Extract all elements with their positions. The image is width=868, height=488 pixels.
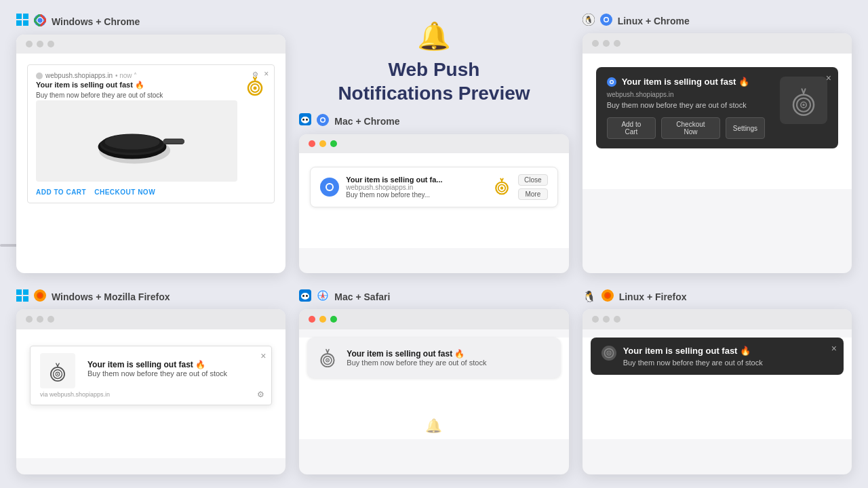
windows-firefox-cell: Windows + Mozilla Firefox × — [16, 289, 285, 474]
linux-icon-ff: 🐧 — [583, 290, 596, 303]
linux-chrome-label: 🐧 Linux + Chrome — [583, 14, 852, 28]
dot-green — [330, 140, 337, 147]
svg-rect-3 — [23, 20, 28, 26]
linux-ff-title: Your item is selling out fast 🔥 — [623, 346, 763, 356]
add-to-cart-text-btn[interactable]: ADD TO CART — [36, 188, 86, 196]
win-toast-title: Your item is selling out fast 🔥 — [36, 81, 237, 89]
linux-add-to-cart-btn[interactable]: Add to Cart — [607, 117, 656, 139]
more-action-btn[interactable]: More — [518, 188, 548, 200]
svg-point-80 — [606, 293, 610, 298]
linux-ff-close-btn[interactable]: × — [831, 343, 837, 354]
dot-green — [330, 316, 337, 323]
svg-point-27 — [321, 119, 325, 122]
win-firefox-platform-text: Windows + Mozilla Firefox — [52, 291, 170, 302]
win-ff-gear-icon: ⚙ — [257, 390, 264, 399]
mac-shopiapps-logo — [492, 176, 511, 198]
dot-red — [309, 140, 315, 147]
mac-chrome-platform-text: Mac + Chrome — [334, 116, 399, 127]
checkout-now-text-btn[interactable]: CHECKOUT NOW — [94, 188, 155, 196]
mac-chrome-toast: Your item is selling out fa... webpush.s… — [310, 167, 557, 207]
linux-firefox-label: 🐧 Linux + Firefox — [583, 289, 852, 304]
svg-rect-53 — [23, 296, 28, 302]
finder-icon — [299, 113, 311, 125]
mac-chrome-browser-window: Your item is selling out fa... webpush.s… — [299, 134, 568, 273]
dot2 — [37, 316, 43, 323]
svg-point-75 — [327, 360, 328, 361]
svg-rect-15 — [163, 140, 184, 144]
firefox-icon-win — [34, 289, 46, 304]
mac-safari-cell: Mac + Safari — [299, 289, 568, 474]
linux-chrome-notification: × Your item is selling out fast 🔥 — [596, 67, 838, 148]
linux-chrome-content: × Your item is selling out fast 🔥 — [583, 54, 852, 189]
win-toast-body: Buy them now before they are out of stoc… — [36, 91, 237, 100]
mac-toast-action-buttons: Close More — [518, 174, 548, 200]
chrome-icon-win — [34, 14, 46, 28]
chrome-icon-mac — [317, 114, 329, 128]
windows-chrome-cell: Windows + Chrome — [16, 14, 285, 273]
svg-point-33 — [500, 186, 503, 189]
svg-point-47 — [802, 104, 804, 106]
win-toast-logo-area — [244, 72, 266, 196]
svg-text:🐧: 🐧 — [584, 15, 593, 24]
win-chrome-platform-text: Windows + Chrome — [52, 16, 140, 27]
win-toast-controls: ⚙ × — [252, 69, 269, 79]
linux-icon: 🐧 — [583, 14, 595, 28]
win-toast-actions: ADD TO CART CHECKOUT NOW — [36, 188, 237, 196]
close-action-btn[interactable]: Close — [518, 174, 548, 186]
win-toast-site-row: webpush.shopiapps.in • now ˄ — [36, 72, 237, 79]
dot1 — [26, 41, 33, 47]
win-ff-titlebar — [16, 309, 285, 329]
linux-notif-close-btn[interactable]: × — [826, 73, 831, 83]
linux-notif-text: Your item is selling out fast 🔥 webpush.… — [607, 77, 765, 139]
mac-toast-site: webpush.shopiapps.in — [346, 184, 486, 191]
mac-safari-browser-window: Your item is selling out fast 🔥 Buy them… — [299, 309, 568, 474]
header-title: Web Push Notifications Preview — [338, 58, 530, 105]
svg-point-24 — [306, 119, 308, 121]
linux-ff-body: Buy them now before they are out of stoc… — [623, 359, 763, 367]
linux-checkout-btn[interactable]: Checkout Now — [661, 117, 720, 139]
dot3 — [47, 316, 54, 323]
win-ff-close-btn[interactable]: × — [260, 350, 266, 361]
linux-notif-body: Buy them now before they are out of stoc… — [607, 101, 765, 109]
mac-toast-body: Buy them now before they... — [346, 191, 486, 199]
win-toast-site: webpush.shopiapps.in — [45, 72, 113, 79]
win-ff-title: Your item is selling out fast 🔥 — [87, 360, 227, 369]
win-ff-body: Buy them now before they are out of stoc… — [87, 369, 227, 378]
safari-notif-text: Your item is selling out fast 🔥 Buy them… — [347, 349, 486, 367]
dot3 — [47, 41, 54, 47]
win-chrome-toast: webpush.shopiapps.in • now ˄ Your item i… — [27, 64, 275, 203]
dot-yellow — [319, 316, 326, 323]
safari-deco-bell: 🔔 — [425, 418, 442, 434]
svg-rect-50 — [16, 289, 22, 295]
svg-rect-51 — [23, 289, 28, 295]
svg-point-66 — [306, 295, 308, 297]
svg-point-22 — [301, 117, 309, 123]
linux-firefox-cell: 🐧 Linux + Firefox — [583, 289, 852, 474]
safari-notif-title: Your item is selling out fast 🔥 — [347, 349, 486, 359]
win-toast-close-btn[interactable]: × — [264, 69, 269, 79]
dot-red — [309, 316, 315, 323]
dot3 — [614, 40, 620, 47]
linux-firefox-browser-window: × Your item is selling out fast 🔥 Buy th… — [583, 309, 852, 474]
ff-notif-site-icon — [601, 346, 616, 361]
win-chrome-titlebar — [16, 35, 285, 54]
win-chrome-body: webpush.shopiapps.in • now ˄ Your item i… — [16, 54, 285, 257]
svg-line-77 — [328, 350, 329, 353]
safari-icon — [317, 289, 329, 304]
svg-rect-52 — [16, 296, 22, 302]
svg-point-40 — [604, 18, 608, 22]
win-ff-popup-header: Your item is selling out fast 🔥 Buy them… — [40, 353, 262, 388]
safari-notification: Your item is selling out fast 🔥 Buy them… — [307, 338, 560, 378]
header-title-line2: Notifications Preview — [338, 81, 530, 105]
mac-finder-icon2 — [299, 289, 311, 304]
mac-safari-platform-text: Mac + Safari — [334, 291, 390, 302]
win-chrome-browser-window: webpush.shopiapps.in • now ˄ Your item i… — [16, 35, 285, 273]
win-toast-main: webpush.shopiapps.in • now ˄ Your item i… — [36, 72, 237, 196]
mac-chrome-content: Your item is selling out fa... webpush.s… — [299, 153, 568, 248]
linux-settings-btn[interactable]: Settings — [726, 117, 765, 139]
mac-toast-title: Your item is selling out fa... — [346, 176, 486, 184]
svg-point-65 — [302, 295, 304, 297]
product-image — [36, 100, 237, 182]
chrome-icon-small — [607, 77, 616, 87]
linux-notif-product-icon — [780, 77, 827, 124]
